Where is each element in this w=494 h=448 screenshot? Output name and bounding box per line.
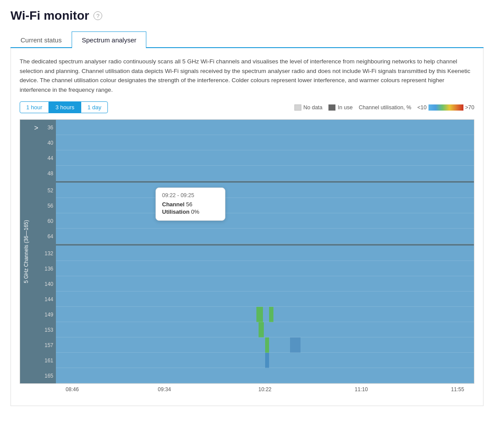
channel-row-48: 48 [40,166,474,181]
row-content-44 [56,150,474,166]
seg-157-1 [265,337,269,353]
channel-label-56: 56 [40,198,56,213]
channel-row-144: 144 [40,292,474,307]
chart-area: 5 GHz Channels (36—165) > 36 [20,119,474,384]
channel-label-140: 140 [40,276,56,292]
channel-group-2: 52 56 [40,183,474,244]
tooltip-time: 09:22 - 09:25 [162,192,219,198]
seg-153-1 [259,322,263,337]
x-tick-container: 08:46 09:34 10:22 11:10 11:55 [55,386,474,395]
utilisation-label: Channel utilisation, % [359,104,411,111]
chart-wrapper: 5 GHz Channels (36—165) > 36 [20,119,474,397]
channel-label-165: 165 [40,368,56,383]
tabs-bar: Current status Spectrum analyser [10,31,484,48]
content-panel: The dedicated spectrum analyser radio co… [10,48,484,406]
channel-label-136: 136 [40,261,56,276]
x-tick-0848: 08:46 [66,386,79,392]
tooltip-channel: Channel 56 [162,201,219,208]
time-btn-1day[interactable]: 1 day [81,101,108,113]
scale-low-label: <10 [418,104,427,111]
seg-149-1 [256,307,263,322]
channel-row-56: 56 [40,198,474,213]
channel-row-64: 64 [40,229,474,244]
seg-161-1 [265,353,269,368]
channel-row-140: 140 [40,276,474,292]
row-content-136 [56,261,474,276]
row-content-52 [56,183,474,198]
channel-label-64: 64 [40,229,56,244]
tab-current-status[interactable]: Current status [10,31,72,48]
tooltip-channel-value: 56 [186,201,192,208]
channel-row-40: 40 [40,135,474,150]
channel-row-161: 161 [40,353,474,368]
channel-label-132: 132 [40,246,56,261]
y-axis-label: 5 GHz Channels (36—165) [20,120,32,383]
row-content-157 [56,337,474,353]
time-buttons: 1 hour 3 hours 1 day [20,101,108,113]
in-use-swatch [328,104,335,111]
channel-group-3: 132 136 [40,246,474,383]
channel-row-157: 157 [40,337,474,353]
row-content-153 [56,322,474,337]
channel-row-132: 132 [40,246,474,261]
legend-utilisation: Channel utilisation, % [359,104,411,111]
channel-label-36: 36 [40,120,56,135]
row-content-161 [56,353,474,368]
channel-label-149: 149 [40,307,56,322]
time-btn-3hours[interactable]: 3 hours [49,101,81,113]
row-content-48 [56,166,474,181]
no-data-label: No data [304,104,323,111]
x-tick-1022: 10:22 [258,386,271,392]
page-title: Wi-Fi monitor [10,9,89,23]
row-content-149 [56,307,474,322]
tooltip-channel-label: Channel [162,201,184,208]
scale-high-label: >70 [465,104,474,111]
channel-label-48: 48 [40,166,56,181]
tooltip-utilisation: Utilisation 0% [162,208,219,215]
row-content-144 [56,292,474,307]
legend-in-use: In use [328,104,352,111]
time-btn-1hour[interactable]: 1 hour [20,101,49,113]
channel-row-136: 136 [40,261,474,276]
tooltip: 09:22 - 09:25 Channel 56 Utilisation 0% [155,188,225,221]
channel-group-1: 36 40 [40,120,474,181]
channel-label-44: 44 [40,150,56,166]
expand-icon[interactable]: > [32,120,40,383]
row-content-165 [56,368,474,383]
channel-row-60: 60 [40,213,474,229]
x-tick-1155: 11:55 [451,386,464,392]
x-tick-1110: 11:10 [355,386,368,392]
channel-label-144: 144 [40,292,56,307]
row-content-40 [56,135,474,150]
row-content-132 [56,246,474,261]
row-content-56[interactable] [56,198,474,213]
row-content-60 [56,213,474,229]
channel-row-44: 44 [40,150,474,166]
channel-label-161: 161 [40,353,56,368]
seg-157-2 [290,337,301,353]
channel-row-165: 165 [40,368,474,383]
legend: No data In use Channel utilisation, % <1… [294,104,475,111]
channel-label-157: 157 [40,337,56,353]
row-content-140 [56,276,474,292]
channel-label-52: 52 [40,183,56,198]
x-tick-0934: 09:34 [158,386,171,392]
channel-row-36: 36 [40,120,474,135]
page-title-area: Wi-Fi monitor ? [10,9,484,23]
help-icon[interactable]: ? [93,11,102,20]
row-content-64 [56,229,474,244]
tab-spectrum-analyser[interactable]: Spectrum analyser [72,31,146,48]
legend-gradient: <10 >70 [418,104,474,111]
channel-rows: 36 40 [40,120,474,383]
controls-row: 1 hour 3 hours 1 day No data In use Chan… [20,101,474,113]
description-text: The dedicated spectrum analyser radio co… [20,57,474,94]
in-use-label: In use [338,104,352,111]
channel-label-40: 40 [40,135,56,150]
row-content-36 [56,120,474,135]
tooltip-utilisation-value: 0% [191,208,199,215]
channel-row-149: 149 [40,307,474,322]
gradient-bar [428,104,463,111]
tooltip-utilisation-label: Utilisation [162,208,190,215]
seg-149-2 [269,307,273,322]
channel-row-52: 52 [40,183,474,198]
